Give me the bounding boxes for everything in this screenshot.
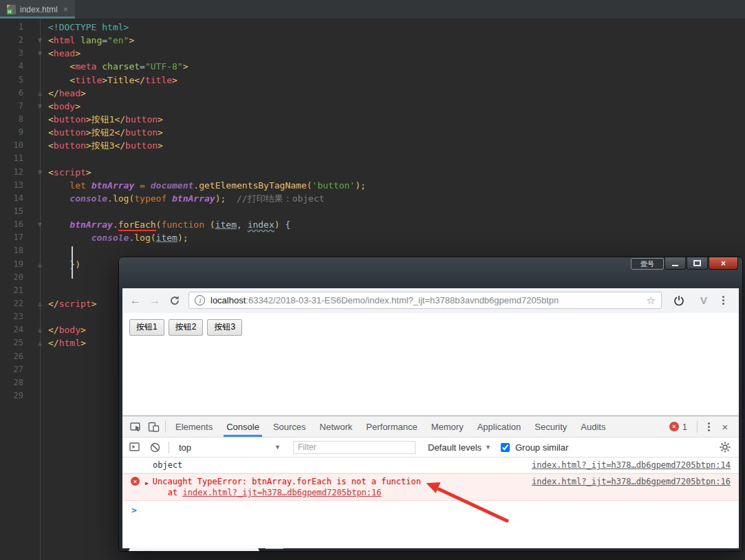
page-button-2[interactable]: 按钮2 xyxy=(169,319,204,336)
console-settings-button[interactable] xyxy=(720,442,731,453)
devtools-tab-security[interactable]: Security xyxy=(528,416,574,437)
console-location-link[interactable]: index.html?_ijt=h378…db6gpemd7205btpn:16 xyxy=(532,476,731,487)
window-controls: × xyxy=(665,257,738,270)
fold-marker-icon[interactable]: △ xyxy=(34,323,45,336)
devtools-tab-sources[interactable]: Sources xyxy=(266,416,313,437)
ide-tab-index-html[interactable]: H index.html × xyxy=(0,0,75,19)
group-similar-checkbox[interactable] xyxy=(501,443,510,452)
console-filter-input[interactable] xyxy=(293,441,415,454)
line-number: 13 xyxy=(0,179,23,192)
gutter-line: 9 xyxy=(0,126,48,139)
line-number: 5 xyxy=(0,74,23,87)
fold-marker-icon[interactable]: ▽ xyxy=(34,100,45,113)
error-stack-link[interactable]: index.html?_ijt=h378…db6gpemd7205btpn:16 xyxy=(183,488,382,497)
fold-marker-icon[interactable]: ▽ xyxy=(34,166,45,179)
power-extension-icon[interactable] xyxy=(671,288,687,312)
code-line: <button>按钮3</button> xyxy=(48,139,745,152)
reload-button[interactable] xyxy=(166,288,183,312)
back-button[interactable]: ← xyxy=(127,288,144,312)
devtools-tab-audits[interactable]: Audits xyxy=(574,416,612,437)
devtools-tab-network[interactable]: Network xyxy=(313,416,360,437)
power-icon xyxy=(673,295,684,306)
fold-marker-icon[interactable]: ▽ xyxy=(34,34,45,47)
sidebar-toggle-icon xyxy=(129,442,140,452)
gutter-line: 11 xyxy=(0,152,48,165)
gutter-line: 8 xyxy=(0,113,48,126)
kebab-menu-icon xyxy=(722,299,724,301)
console-prompt[interactable]: > xyxy=(122,501,739,515)
error-badge-icon[interactable]: × xyxy=(669,422,679,431)
forward-button[interactable]: → xyxy=(146,288,164,312)
devtools-menu-button[interactable] xyxy=(700,426,717,428)
bookmark-star-icon[interactable]: ☆ xyxy=(647,294,656,307)
chevron-down-icon: ▼ xyxy=(274,444,281,451)
console-messages: objectindex.html?_ijt=h378…db6gpemd7205b… xyxy=(122,457,739,501)
device-toolbar-icon xyxy=(148,421,160,433)
fold-marker-icon[interactable]: △ xyxy=(34,87,45,100)
ide-tab-filename: index.html xyxy=(20,5,58,14)
console-log-text: object xyxy=(153,460,532,471)
devtools-tab-memory[interactable]: Memory xyxy=(424,416,471,437)
fold-marker-icon[interactable]: △ xyxy=(34,336,45,349)
devtools-tabs: ElementsConsoleSourcesNetworkPerformance… xyxy=(169,416,612,437)
close-button[interactable]: × xyxy=(709,257,738,270)
url-text[interactable]: localhost:63342/2018-03-31-ES6Demo/index… xyxy=(210,295,641,305)
url-host: localhost xyxy=(210,295,246,305)
line-number: 22 xyxy=(0,297,23,310)
fold-marker-icon[interactable]: △ xyxy=(34,258,45,271)
console-toolbar: top ▼ Default levels ▼ Group similar xyxy=(122,438,739,457)
error-stack-line: at index.html?_ijt=h378…db6gpemd7205btpn… xyxy=(168,487,532,498)
line-number: 10 xyxy=(0,139,23,152)
editor-gutter: 12▽3▽456△7▽89101112▽13141516▽171819△2021… xyxy=(0,21,48,402)
expand-triangle-icon[interactable]: ▶ xyxy=(145,478,149,489)
log-levels-label: Default levels xyxy=(428,442,482,453)
fold-marker-icon[interactable]: ▽ xyxy=(34,218,45,231)
fold-marker-icon[interactable]: △ xyxy=(34,297,45,310)
line-number: 11 xyxy=(0,152,23,165)
line-number: 9 xyxy=(0,126,23,139)
browser-menu-button[interactable] xyxy=(715,288,731,312)
clear-console-button[interactable] xyxy=(150,442,160,453)
code-line xyxy=(48,152,745,165)
code-line: </head> xyxy=(48,87,745,100)
browser-profile-button[interactable]: 壹号 xyxy=(631,258,664,270)
console-sidebar-toggle-button[interactable] xyxy=(129,442,140,452)
gutter-line: 29 xyxy=(0,389,48,402)
code-line: <head> xyxy=(48,47,745,60)
screen: H index.html × 12▽3▽456△7▽89101112▽13141… xyxy=(0,0,745,560)
devtools-tab-application[interactable]: Application xyxy=(471,416,528,437)
devtools-tab-performance[interactable]: Performance xyxy=(359,416,424,437)
code-line: console.log(item); xyxy=(48,231,745,244)
line-number: 15 xyxy=(0,205,23,218)
devtools-tab-elements[interactable]: Elements xyxy=(169,416,219,437)
gutter-line: 20 xyxy=(0,271,48,284)
gutter-line: 22△ xyxy=(0,297,48,310)
page-button-3[interactable]: 按钮3 xyxy=(207,319,242,336)
editor-caret-guide xyxy=(72,246,73,279)
context-selector[interactable]: top ▼ xyxy=(179,442,281,453)
devtools-close-button[interactable]: × xyxy=(717,421,733,433)
maximize-icon xyxy=(693,260,701,266)
fold-marker-icon[interactable]: ▽ xyxy=(34,47,45,60)
line-number: 1 xyxy=(0,21,23,34)
inspect-element-button[interactable] xyxy=(127,416,144,437)
maximize-button[interactable] xyxy=(687,257,708,270)
gutter-line: 15 xyxy=(0,205,48,218)
line-number: 3 xyxy=(0,47,23,60)
page-info-icon[interactable]: i xyxy=(195,295,205,305)
minimize-button[interactable] xyxy=(665,257,686,270)
console-location-link[interactable]: index.html?_ijt=h378…db6gpemd7205btpn:14 xyxy=(532,460,731,471)
gutter-line: 4 xyxy=(0,60,48,73)
v-extension-icon[interactable]: V xyxy=(696,288,711,312)
code-line: <button>按钮2</button> xyxy=(48,126,745,139)
address-bar[interactable]: i localhost:63342/2018-03-31-ES6Demo/ind… xyxy=(188,292,662,309)
device-toolbar-button[interactable] xyxy=(144,416,162,437)
devtools-tab-console[interactable]: Console xyxy=(219,416,266,437)
code-line: <body> xyxy=(48,100,745,113)
ide-tab-close-icon[interactable]: × xyxy=(63,5,68,14)
error-count: 1 xyxy=(682,422,687,432)
gutter-line: 17 xyxy=(0,231,48,244)
gutter-line: 6△ xyxy=(0,87,48,100)
page-button-1[interactable]: 按钮1 xyxy=(129,319,164,336)
log-levels-selector[interactable]: Default levels ▼ xyxy=(428,442,491,453)
